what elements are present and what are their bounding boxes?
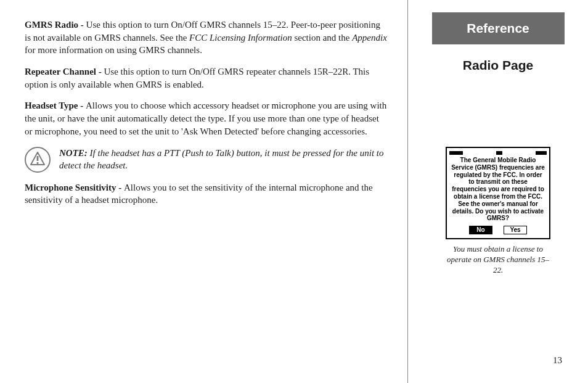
reference-subtitle: Radio Page — [415, 58, 581, 73]
label-mic-sensitivity: Microphone Sensitivity - — [25, 183, 124, 192]
note-block: NOTE: If the headset has a PTT (Push to … — [25, 147, 388, 173]
device-status-bar — [449, 150, 547, 155]
text: for more information on using GMRS chann… — [25, 45, 202, 55]
note-text: NOTE: If the headset has a PTT (Push to … — [59, 147, 388, 172]
label-headset-type: Headset Type - — [25, 101, 86, 110]
note-label: NOTE: — [59, 148, 90, 158]
sidebar-column: Reference Radio Page The General Mobile … — [415, 0, 581, 276]
device-screenshot: The General Mobile Radio Service (GMRS) … — [446, 147, 550, 276]
device-dialog-buttons: No Yes — [449, 226, 547, 234]
status-seg — [449, 151, 463, 155]
reference-banner: Reference — [432, 12, 565, 44]
paragraph-headset-type: Headset Type - Allows you to choose whic… — [25, 99, 388, 138]
label-repeater-channel: Repeater Channel - — [25, 67, 104, 76]
text: section and the — [292, 33, 352, 43]
device-no-button: No — [469, 226, 492, 234]
status-seg — [496, 151, 502, 155]
page: GMRS Radio - Use this option to turn On/… — [0, 0, 588, 383]
device-yes-button: Yes — [504, 226, 527, 234]
column-divider — [407, 0, 408, 383]
page-number: 13 — [553, 355, 562, 366]
status-seg — [536, 151, 547, 155]
device-screen: The General Mobile Radio Service (GMRS) … — [446, 147, 550, 239]
label-gmrs-radio: GMRS Radio - — [25, 20, 86, 30]
svg-rect-1 — [37, 156, 39, 161]
device-caption: You must obtain a license to operate on … — [446, 244, 550, 276]
warning-icon — [25, 147, 51, 173]
device-dialog-message: The General Mobile Radio Service (GMRS) … — [449, 157, 547, 224]
paragraph-repeater-channel: Repeater Channel - Use this option to tu… — [25, 65, 388, 91]
main-column: GMRS Radio - Use this option to turn On/… — [25, 19, 388, 215]
text-italic: FCC Licensing Information — [189, 33, 292, 43]
paragraph-mic-sensitivity: Microphone Sensitivity - Allows you to s… — [25, 181, 388, 207]
note-body: If the headset has a PTT (Push to Talk) … — [59, 148, 384, 171]
paragraph-gmrs-radio: GMRS Radio - Use this option to turn On/… — [25, 19, 388, 57]
text-italic: Appendix — [352, 33, 387, 43]
svg-rect-2 — [37, 162, 39, 164]
